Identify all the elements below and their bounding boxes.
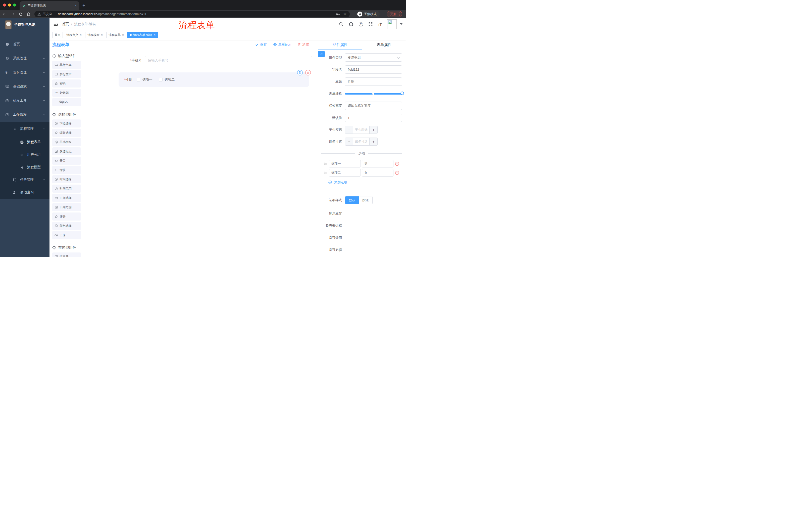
- default-value-input[interactable]: [345, 114, 402, 122]
- stepper-increase-button[interactable]: +: [369, 138, 377, 145]
- link-badge[interactable]: [318, 51, 325, 57]
- component-date-picker[interactable]: 日期选择: [52, 194, 81, 202]
- canvas-field-phone[interactable]: *手机号 请输入手机号: [113, 56, 312, 65]
- sidebar-item-process-management[interactable]: 流程管理: [0, 122, 50, 136]
- window-controls[interactable]: [0, 0, 20, 10]
- component-editor[interactable]: 编辑器: [52, 98, 81, 106]
- tag-close-icon[interactable]: ×: [122, 33, 124, 37]
- component-time-range[interactable]: 时间范围: [52, 185, 81, 193]
- github-icon[interactable]: [349, 22, 353, 27]
- tag-home[interactable]: 首页: [52, 32, 63, 38]
- sidebar-item-payment[interactable]: ¥ 支付管理: [0, 65, 50, 79]
- security-label[interactable]: 不安全: [43, 12, 52, 16]
- breadcrumb-home[interactable]: 首页: [62, 22, 69, 26]
- sidebar-item-home[interactable]: 首页: [0, 37, 50, 51]
- add-option-button[interactable]: 添加选项: [328, 180, 402, 185]
- browser-tab[interactable]: 芋道管理系统 ×: [20, 1, 79, 10]
- component-single-line-text[interactable]: 单行文本: [52, 61, 81, 69]
- component-row-container[interactable]: 行容器: [52, 252, 81, 257]
- phone-input[interactable]: 请输入手机号: [145, 56, 312, 65]
- sidebar-item-process-model[interactable]: 流程模型: [0, 161, 50, 173]
- url-text[interactable]: dashboard.yudao.iocoder.cn/bpm/manager/f…: [58, 12, 146, 16]
- tag-close-icon[interactable]: ×: [80, 33, 82, 37]
- field-name-input[interactable]: [345, 65, 402, 74]
- duplicate-field-button[interactable]: [297, 70, 303, 76]
- browser-menu-icon[interactable]: [399, 12, 400, 16]
- slider-handle[interactable]: [401, 91, 404, 95]
- form-canvas[interactable]: *手机号 请输入手机号 *性别 选项一 选项二: [113, 49, 318, 257]
- zoom-window-button[interactable]: [13, 3, 16, 6]
- home-icon[interactable]: [26, 12, 31, 16]
- option-value-input[interactable]: [362, 169, 394, 177]
- avatar[interactable]: [387, 19, 397, 29]
- search-icon[interactable]: [339, 22, 343, 26]
- gender-option-2[interactable]: 选项二: [159, 77, 175, 82]
- stepper-increase-button[interactable]: +: [369, 126, 377, 134]
- tag-process-form-edit[interactable]: 流程表单-编辑×: [127, 32, 158, 38]
- remove-option-icon[interactable]: [395, 170, 400, 175]
- tag-close-icon[interactable]: ×: [101, 33, 103, 37]
- style-default-button[interactable]: 默认: [345, 196, 359, 204]
- component-radio-group[interactable]: 单选框组: [52, 138, 81, 146]
- component-time-picker[interactable]: 时间选择: [52, 175, 81, 183]
- tag-close-icon[interactable]: ×: [154, 33, 155, 37]
- sidebar-item-user-group[interactable]: 用户分组: [0, 148, 50, 161]
- view-json-button[interactable]: 查看json: [273, 42, 291, 47]
- label-width-input[interactable]: [345, 102, 402, 110]
- close-window-button[interactable]: [3, 3, 6, 6]
- security-warning-icon[interactable]: [37, 12, 41, 16]
- font-size-icon[interactable]: TT: [378, 22, 382, 26]
- option-label-input[interactable]: [329, 160, 361, 167]
- browser-update-button[interactable]: 更新: [387, 11, 402, 17]
- stepper-decrease-button[interactable]: −: [345, 138, 353, 145]
- component-switch[interactable]: 开关: [52, 157, 81, 165]
- max-select-value[interactable]: 最多可选: [353, 138, 369, 145]
- reload-icon[interactable]: [19, 12, 23, 16]
- max-select-stepper[interactable]: −最多可选+: [345, 138, 378, 145]
- tab-close-icon[interactable]: ×: [75, 3, 77, 7]
- min-select-value[interactable]: 至少应选: [353, 126, 369, 134]
- checkbox[interactable]: [159, 78, 163, 81]
- clear-button[interactable]: 清空: [297, 42, 309, 47]
- tag-process-definition[interactable]: 流程定义×: [64, 32, 84, 38]
- component-checkbox-group[interactable]: 多选框组: [52, 147, 81, 155]
- component-counter[interactable]: 123计数器: [52, 89, 81, 97]
- component-select[interactable]: 下拉选择: [52, 119, 81, 128]
- component-color-picker[interactable]: 颜色选择: [52, 222, 81, 230]
- new-tab-button[interactable]: +: [82, 3, 85, 8]
- min-select-stepper[interactable]: −至少应选+: [345, 126, 378, 134]
- save-button[interactable]: 保存: [255, 42, 267, 47]
- bookmark-star-icon[interactable]: ☆: [343, 12, 347, 16]
- sidebar-item-process-form[interactable]: 流程表单: [0, 136, 50, 148]
- sidebar-item-leave-query[interactable]: 请假查询: [0, 186, 50, 199]
- sidebar-item-system[interactable]: 系统管理: [0, 51, 50, 65]
- back-icon[interactable]: [2, 12, 7, 16]
- avatar-caret-icon[interactable]: [400, 23, 403, 25]
- tag-process-form[interactable]: 流程表单×: [106, 32, 126, 38]
- forward-icon[interactable]: [10, 12, 15, 16]
- tab-component-props[interactable]: 组件属性: [318, 40, 362, 50]
- sidebar-item-infrastructure[interactable]: 基础设施: [0, 79, 50, 93]
- help-icon[interactable]: ?: [359, 22, 363, 26]
- form-grid-slider[interactable]: [345, 89, 402, 98]
- app-logo[interactable]: 芋道管理系统: [0, 18, 50, 31]
- tag-process-model[interactable]: 流程模型×: [85, 32, 105, 38]
- remove-option-icon[interactable]: [395, 161, 400, 166]
- sidebar-collapse-icon[interactable]: [53, 22, 58, 27]
- component-date-range[interactable]: 日期范围: [52, 203, 81, 211]
- component-password[interactable]: 密码: [52, 79, 81, 87]
- fullscreen-icon[interactable]: [368, 22, 373, 26]
- component-type-select[interactable]: 多选框组: [345, 53, 402, 62]
- sidebar-item-workflow[interactable]: 工作流程: [0, 108, 50, 122]
- component-rate[interactable]: 评分: [52, 213, 81, 220]
- option-label-input[interactable]: [329, 169, 361, 177]
- tab-form-props[interactable]: 表单属性: [362, 40, 406, 50]
- canvas-field-gender-selected[interactable]: *性别 选项一 选项二: [119, 73, 309, 87]
- address-bar[interactable]: 不安全 dashboard.yudao.iocoder.cn/bpm/manag…: [34, 11, 350, 17]
- component-multi-line-text[interactable]: 多行文本: [52, 70, 81, 78]
- drag-handle-icon[interactable]: [323, 171, 328, 175]
- drag-handle-icon[interactable]: [323, 162, 328, 166]
- delete-field-button[interactable]: [305, 70, 311, 76]
- title-input[interactable]: [345, 77, 402, 86]
- sidebar-item-devtools[interactable]: 研发工具: [0, 93, 50, 108]
